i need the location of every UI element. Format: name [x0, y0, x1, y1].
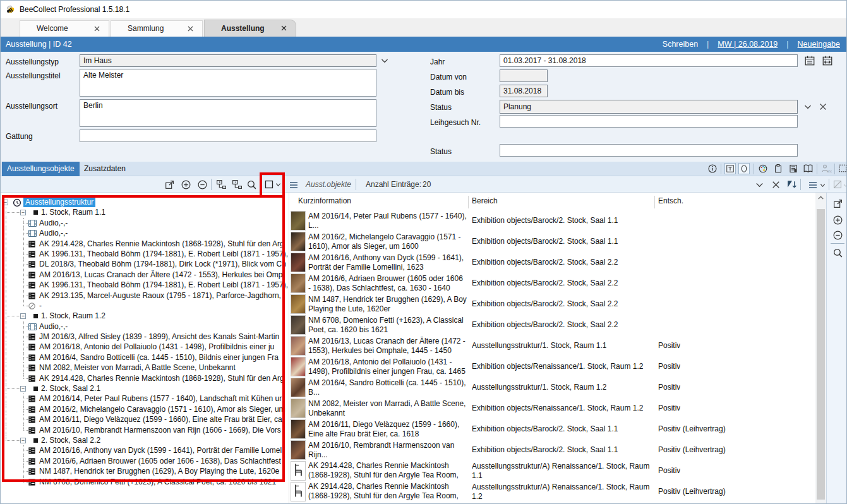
search-icon[interactable]	[246, 179, 257, 190]
ausstellungsort-field[interactable]: Berlin	[80, 99, 376, 127]
table-scrollbar[interactable]	[815, 193, 826, 503]
search-icon[interactable]	[832, 247, 843, 258]
table-row[interactable]: NM 6708, Domenico Fetti (+1623), A Class…	[289, 315, 816, 335]
tree-object-row[interactable]: AM 2016/18, Antonio del Pollaiuolo (1431…	[1, 342, 289, 352]
tree-object-label[interactable]: NM 1487, Hendrick ter Brugghen (1629), A…	[39, 467, 279, 476]
info-icon[interactable]	[707, 163, 718, 174]
tree-object-row[interactable]: AK 2914.428, Charles Rennie Mackintosh (…	[1, 373, 289, 383]
table-row[interactable]: AM 2016/11, Diego Velàzquez (1599 - 1660…	[289, 419, 816, 440]
new-entry-link[interactable]: Neueingabe	[798, 40, 840, 49]
open-in-window-icon[interactable]	[164, 179, 175, 190]
column-header-entsch[interactable]: Entsch.	[658, 196, 683, 205]
tree-root-row[interactable]: −Ausstellungsstruktur	[1, 197, 289, 207]
tree-object-label[interactable]: AM 2016/16, Anthony van Dyck (1599 - 164…	[39, 446, 282, 455]
layout-frame-icon[interactable]	[263, 179, 275, 190]
tree-object-row[interactable]: -	[1, 301, 289, 311]
scrollbar-thumb[interactable]	[817, 209, 825, 500]
document-icon[interactable]	[788, 163, 799, 174]
tree-expander-icon[interactable]: −	[3, 200, 8, 205]
tree-object-row[interactable]: Audio,-,-	[1, 321, 289, 332]
last-edit-link[interactable]: MW | 26.08.2019	[718, 40, 778, 49]
tree-object-label[interactable]: NM 2082, Meister von Marradi, A Battle S…	[39, 363, 236, 373]
tree-object-row[interactable]: AM 2016/4, Sandro Botticelli (ca. 1445 -…	[1, 352, 289, 363]
table-row[interactable]: AM 2016/6, Adriaen Brouwer (1605 oder 16…	[289, 273, 816, 294]
outline-shape-icon[interactable]	[738, 163, 750, 174]
column-header-kurzinformation[interactable]: Kurzinformation	[298, 196, 351, 205]
column-header-bereich[interactable]: Bereich	[472, 196, 498, 205]
tree-object-label[interactable]: AM 2016/4, Sandro Botticelli (ca. 1445 -…	[39, 353, 279, 363]
tree-object-label[interactable]: Audio,-,-	[39, 229, 68, 238]
tree-object-label[interactable]: Audio,-,-	[39, 322, 68, 332]
ausstellungstitel-field[interactable]: Alte Meister	[80, 69, 376, 97]
table-row[interactable]: AM 2016/4, Sandro Botticelli (ca. 1445 -…	[289, 377, 816, 398]
tree-expander-icon[interactable]: −	[20, 313, 26, 319]
tree-room-label[interactable]: 1. Stock, Raum 1.2	[41, 311, 105, 321]
open-in-window-icon[interactable]	[832, 198, 843, 209]
list-options-icon[interactable]	[807, 179, 819, 191]
tree-object-label[interactable]: AM 2016/11, Diego Velàzquez (1599 - 1660…	[39, 415, 282, 424]
sort-descending-icon[interactable]	[786, 179, 797, 190]
tree-room-row[interactable]: −2. Stock, Saal 2.2	[1, 435, 289, 445]
book-icon[interactable]	[802, 163, 814, 174]
tree-object-label[interactable]: Audio,-,-	[39, 219, 68, 228]
dotted-square-icon[interactable]	[838, 163, 847, 174]
tab-sammlung[interactable]: Sammlung	[111, 20, 203, 37]
table-row[interactable]: AM 2016/14, Peter Paul Rubens (1577 - 16…	[289, 210, 816, 231]
table-row[interactable]: AM 2016/10, Rembrandt Harmenszoon van Ri…	[289, 440, 816, 460]
tree-object-row[interactable]: AK 1996.131, Theobald Böhm (1794-1881), …	[1, 280, 289, 290]
table-row[interactable]: AK 2914.428, Charles Rennie Mackintosh (…	[289, 460, 816, 481]
tree-object-label[interactable]: AM 2016/18, Antonio del Pollaiuolo (1431…	[39, 342, 274, 352]
tree-room-label[interactable]: 1. Stock, Raum 1.1	[41, 208, 105, 217]
tree-object-row[interactable]: AM 2016/2, Michelangelo Caravaggio (1571…	[1, 404, 289, 414]
zoom-in-icon[interactable]	[180, 179, 191, 190]
tree-object-label[interactable]: AM 2016/14, Peter Paul Rubens (1577 - 16…	[39, 394, 282, 404]
tree-object-row[interactable]: AM 2016/6, Adriaen Brouwer (1605 oder 16…	[1, 456, 289, 466]
close-tab-icon[interactable]	[280, 24, 288, 32]
zoom-out-icon[interactable]	[196, 179, 208, 190]
table-row[interactable]: AM 2016/2, Michelangelo Caravaggio (1571…	[289, 231, 816, 252]
tree-object-row[interactable]: AK 1996.131, Theobald Böhm (1794-1881), …	[1, 249, 289, 259]
tree-object-label[interactable]: AK 2914.428, Charles Rennie Mackintosh (…	[39, 374, 284, 383]
tree-room-row[interactable]: −1. Stock, Raum 1.2	[1, 311, 289, 321]
tree-object-label[interactable]: AM 2016/13, Lucas Cranach der Ältere (14…	[39, 270, 283, 280]
filter-image-icon[interactable]	[832, 179, 843, 190]
datum-von-field[interactable]	[500, 69, 548, 82]
tab-ausstellung[interactable]: Ausstellung	[204, 20, 296, 37]
tree-object-row[interactable]: AM 2016/14, Peter Paul Rubens (1577 - 16…	[1, 393, 289, 404]
tab-welcome[interactable]: Welcome	[20, 20, 109, 37]
person-abc-icon[interactable]: abc	[820, 163, 832, 174]
tree-object-label[interactable]: DL 2018/3, Theobald Böhm (1794-1881), Di…	[39, 260, 286, 269]
tree-object-row[interactable]: AM 2016/11, Diego Velàzquez (1599 - 1660…	[1, 414, 289, 424]
tree-object-row[interactable]: AM 2016/16, Anthony van Dyck (1599 - 164…	[1, 445, 289, 455]
tree-object-row[interactable]: NM 2082, Meister von Marradi, A Battle S…	[1, 363, 289, 373]
clear-x-icon[interactable]	[818, 102, 829, 113]
tree-object-row[interactable]: DL 2018/3, Theobald Böhm (1794-1881), Di…	[1, 259, 289, 269]
table-row[interactable]: NM 2082, Meister von Marradi, A Battle S…	[289, 398, 816, 419]
table-row[interactable]: NM 1487, Hendrick ter Brugghen (1629), A…	[289, 294, 816, 315]
tree-object-label[interactable]: AM 2016/6, Adriaen Brouwer (1605 oder 16…	[39, 457, 281, 466]
tree-room-row[interactable]: −2. Stock, Saal 2.1	[1, 383, 289, 393]
tree-room-label[interactable]: 2. Stock, Saal 2.2	[41, 436, 100, 445]
tree-object-row[interactable]: AM 2016/10, Rembrandt Harmenszoon van Ri…	[1, 425, 289, 435]
tree-object-label[interactable]: AK 2914.428, Charles Rennie Mackintosh (…	[39, 239, 284, 249]
chevron-down-icon[interactable]	[754, 179, 765, 190]
tree-object-row[interactable]: Audio,-,-	[1, 228, 289, 238]
tree-object-label[interactable]: AM 2016/10, Rembrandt Harmenszoon van Ri…	[39, 426, 281, 435]
menu-icon[interactable]	[288, 179, 299, 191]
tree-object-label[interactable]: JM 2016/3, Alfred Sisley (1839 - 1899), …	[39, 332, 279, 342]
tree-object-label[interactable]: AK 2913.135, Marcel-Auguste Raoux (1795 …	[39, 291, 281, 301]
chevron-down-icon[interactable]	[803, 102, 814, 113]
status2-field[interactable]	[500, 144, 798, 157]
remove-child-node-icon[interactable]	[231, 179, 243, 190]
tab-ausstellungsobjekte[interactable]: Ausstellungsobjekte	[2, 162, 80, 176]
tree-object-row[interactable]: Audio,-,-	[1, 218, 289, 228]
tree-object-label[interactable]: AK 1996.131, Theobald Böhm (1794-1881), …	[39, 280, 288, 290]
tree-object-label[interactable]: NM 6708, Domenico Fetti (+1623), A Class…	[39, 477, 276, 487]
tree-root-label[interactable]: Ausstellungsstruktur	[23, 198, 95, 207]
tree-expander-icon[interactable]: −	[20, 210, 26, 215]
leihgesuch-field[interactable]	[500, 115, 798, 128]
ausstellungstyp-field[interactable]	[80, 54, 376, 67]
table-row[interactable]: AM 2016/18, Antonio del Pollaiuolo (1431…	[289, 356, 816, 377]
filter-image-caret-icon[interactable]	[843, 182, 847, 193]
tree-object-label[interactable]: -	[39, 301, 42, 311]
